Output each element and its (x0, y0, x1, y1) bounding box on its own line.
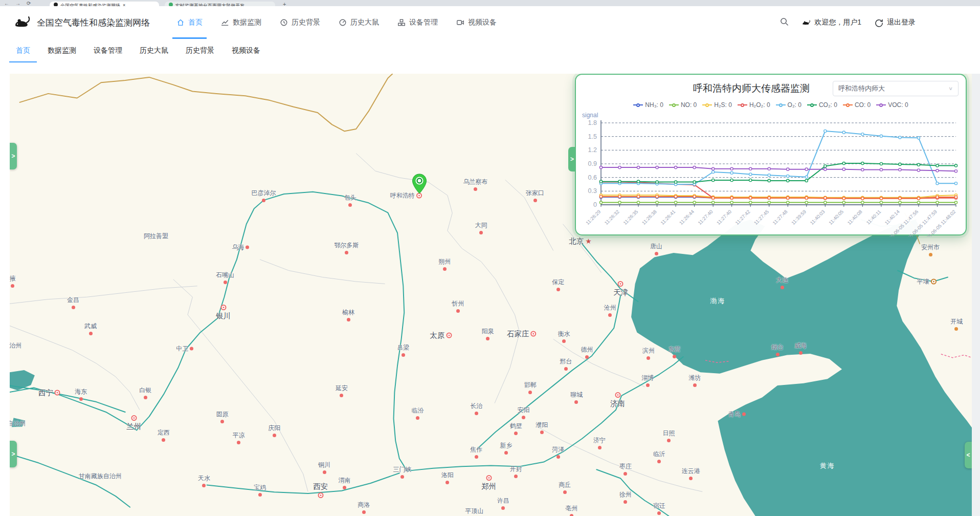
city-label: 西宁 (38, 388, 60, 397)
map-panel-toggle-right-2[interactable]: < (965, 442, 972, 468)
legend-item-NH₃[interactable]: NH₃: 0 (633, 101, 663, 109)
new-tab-button[interactable]: + (283, 1, 286, 6)
city-marker-dot (657, 511, 661, 515)
city-marker-dot (776, 353, 779, 356)
header-right: 欢迎您，用户1 退出登录 (780, 6, 916, 39)
city-label: 铜川 (318, 461, 330, 474)
city-label: 聊城 (570, 391, 583, 404)
svg-text:11:26:41: 11:26:41 (659, 209, 676, 226)
city-marker-dot (220, 420, 224, 423)
city-label: 新乡 (500, 441, 513, 455)
city-label: 济南 (610, 392, 625, 408)
tab-close-icon[interactable]: × (123, 3, 125, 6)
city-marker-dot (556, 288, 560, 291)
city-label: 阳泉 (482, 327, 494, 340)
station-select[interactable]: 呼和浩特内师大 ∨ (833, 81, 959, 96)
city-label: 焦作 (470, 445, 482, 459)
svg-text:11:40:03: 11:40:03 (809, 209, 826, 226)
tab-3[interactable]: 历史大鼠 (131, 39, 177, 62)
city-marker-dot (623, 500, 627, 504)
legend-item-H₂S[interactable]: H₂S: 0 (702, 101, 732, 109)
nav-item-0[interactable]: 首页 (167, 6, 212, 39)
city-marker-dot (340, 394, 343, 397)
city-label: 大同 (475, 221, 487, 234)
svg-text:11:40:14: 11:40:14 (883, 209, 900, 226)
tab-2[interactable]: 设备管理 (85, 39, 131, 62)
legend-item-NO[interactable]: NO: 0 (669, 101, 697, 109)
svg-text:11:26:38: 11:26:38 (641, 209, 658, 226)
city-marker-dot (402, 353, 405, 357)
city-marker-dot (202, 484, 206, 487)
nav-item-5[interactable]: 视频设备 (447, 6, 506, 39)
legend-marker-icon (702, 103, 712, 107)
search-icon[interactable] (780, 17, 789, 28)
capital-star-marker: ★ (585, 238, 592, 245)
city-label: 东营 (669, 345, 681, 358)
sea-label: 黄海 (820, 461, 835, 470)
capital-marker (618, 281, 623, 287)
city-label: 大连 (776, 276, 788, 289)
city-label: 石家庄 (507, 329, 537, 339)
main-nav: 首页数据监测历史背景历史大鼠设备管理视频设备 (167, 6, 506, 39)
city-label: 开封 (509, 465, 522, 478)
nav-item-1[interactable]: 数据监测 (212, 6, 271, 39)
browser-tab-inactive[interactable]: 实时监测基地台页面用大鼠做开发 (165, 2, 275, 6)
sensor-chart-panel: > 呼和浩特内师大传感器监测 呼和浩特内师大 ∨ NH₃: 0NO: 0H₂S:… (575, 74, 967, 235)
city-marker-dot (646, 383, 650, 387)
city-marker-dot (608, 313, 612, 317)
browser-forward-icon[interactable]: → (15, 1, 20, 6)
legend-item-H₂O₂[interactable]: H₂O₂: 0 (738, 101, 770, 109)
chevron-down-icon: ∨ (948, 85, 953, 91)
browser-reload-icon[interactable]: ⟳ (27, 1, 31, 6)
map-canvas[interactable]: 掖阿拉善盟巴彦淖尔包头呼和浩特乌兰察布张家口大同北京★唐山安州市鄂尔多斯乌海朔州… (10, 74, 972, 516)
city-marker-dot (655, 252, 658, 255)
city-marker-dot (564, 367, 568, 371)
browser-tab-active[interactable]: 全国空气毒性和感染监测网络 × (50, 2, 159, 6)
app-header: 全国空气毒性和感染监测网络 首页数据监测历史背景历史大鼠设备管理视频设备 欢迎您… (0, 6, 980, 39)
home-icon (176, 18, 185, 27)
city-marker-dot (72, 306, 75, 309)
legend-item-CO[interactable]: CO: 0 (843, 101, 871, 109)
city-label: 自治州 (10, 419, 26, 428)
browser-back-icon[interactable]: ← (4, 1, 9, 6)
city-label: 烟台 (771, 343, 784, 356)
city-label: 德州 (581, 346, 593, 359)
city-marker-dot (522, 416, 525, 419)
nav-item-4[interactable]: 设备管理 (388, 6, 447, 39)
svg-text:11:27:40: 11:27:40 (716, 209, 732, 226)
city-marker-dot (343, 486, 346, 489)
map-panel-toggle-left-0[interactable]: > (10, 143, 17, 169)
city-label: 乌兰察布 (463, 178, 487, 191)
city-label: 淄博 (641, 374, 654, 387)
city-label: 金昌 (67, 296, 79, 309)
tab-1[interactable]: 数据监测 (39, 39, 85, 62)
city-label: 滨州 (642, 347, 655, 360)
scrollbar-track[interactable] (972, 74, 980, 516)
svg-text:11:40:11: 11:40:11 (865, 209, 882, 226)
city-label: 邯郸 (524, 381, 537, 394)
logout-button[interactable]: 退出登录 (875, 18, 916, 27)
tab-4[interactable]: 历史背景 (177, 39, 223, 62)
city-label: 安阳 (517, 406, 529, 419)
svg-text:11:39:59: 11:39:59 (790, 209, 807, 226)
map-pin-hohhot[interactable] (412, 174, 427, 194)
panel-collapse-handle[interactable]: > (568, 147, 576, 171)
city-label: 兰州 (126, 415, 141, 432)
city-label: 平顶山 (465, 507, 484, 516)
page-tab-bar: 首页数据监测设备管理历史大鼠历史背景视频设备 (0, 39, 980, 62)
svg-text:0.9: 0.9 (588, 160, 597, 167)
map-panel-toggle-left-1[interactable]: > (10, 441, 17, 467)
page-title: 全国空气毒性和感染监测网络 (37, 17, 150, 29)
nav-item-3[interactable]: 历史大鼠 (329, 6, 388, 39)
nav-item-2[interactable]: 历史背景 (271, 6, 329, 39)
legend-item-VOC[interactable]: VOC: 0 (876, 101, 908, 109)
tab-0[interactable]: 首页 (7, 39, 39, 62)
browser-tab-strip: ← → ⟳ 全国空气毒性和感染监测网络 × 实时监测基地台页面用大鼠做开发 + (0, 0, 980, 6)
city-marker-dot (514, 475, 518, 478)
city-label: 甘南藏族自治州 (79, 472, 122, 481)
legend-item-CO₂[interactable]: CO₂: 0 (807, 101, 837, 109)
devices-icon (397, 18, 406, 27)
legend-item-O₂[interactable]: O₂: 0 (776, 101, 801, 109)
city-marker-dot (533, 199, 537, 202)
tab-5[interactable]: 视频设备 (223, 39, 269, 62)
